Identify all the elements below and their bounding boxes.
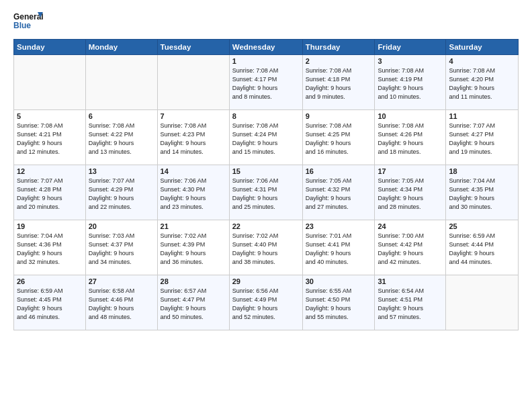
calendar-cell: 14Sunrise: 7:06 AM Sunset: 4:30 PM Dayli… <box>157 165 229 220</box>
calendar-cell: 24Sunrise: 7:00 AM Sunset: 4:42 PM Dayli… <box>375 220 446 275</box>
calendar-cell: 16Sunrise: 7:05 AM Sunset: 4:32 PM Dayli… <box>302 165 375 220</box>
day-number: 24 <box>378 222 443 230</box>
calendar-cell <box>157 55 229 110</box>
calendar-cell: 28Sunrise: 6:57 AM Sunset: 4:47 PM Dayli… <box>157 275 229 330</box>
day-info: Sunrise: 6:59 AM Sunset: 4:44 PM Dayligh… <box>449 232 515 267</box>
day-number: 15 <box>232 167 300 175</box>
weekday-header: Monday <box>85 40 157 55</box>
calendar-week-row: 12Sunrise: 7:07 AM Sunset: 4:28 PM Dayli… <box>14 165 519 220</box>
calendar-cell: 26Sunrise: 6:59 AM Sunset: 4:45 PM Dayli… <box>14 275 86 330</box>
calendar-cell: 1Sunrise: 7:08 AM Sunset: 4:17 PM Daylig… <box>229 55 302 110</box>
calendar-cell: 2Sunrise: 7:08 AM Sunset: 4:18 PM Daylig… <box>302 55 375 110</box>
calendar-cell: 11Sunrise: 7:07 AM Sunset: 4:27 PM Dayli… <box>446 110 519 165</box>
calendar-cell: 29Sunrise: 6:56 AM Sunset: 4:49 PM Dayli… <box>229 275 302 330</box>
day-info: Sunrise: 7:05 AM Sunset: 4:32 PM Dayligh… <box>306 177 372 212</box>
day-number: 20 <box>89 222 154 230</box>
weekday-header: Friday <box>375 40 446 55</box>
day-number: 11 <box>449 112 515 120</box>
weekday-header: Tuesday <box>157 40 229 55</box>
day-number: 18 <box>449 167 515 175</box>
day-info: Sunrise: 7:01 AM Sunset: 4:41 PM Dayligh… <box>306 232 372 267</box>
calendar-cell: 12Sunrise: 7:07 AM Sunset: 4:28 PM Dayli… <box>14 165 86 220</box>
calendar-cell: 13Sunrise: 7:07 AM Sunset: 4:29 PM Dayli… <box>85 165 157 220</box>
calendar-cell: 30Sunrise: 6:55 AM Sunset: 4:50 PM Dayli… <box>302 275 375 330</box>
day-info: Sunrise: 7:04 AM Sunset: 4:35 PM Dayligh… <box>449 177 515 212</box>
page-header: General Blue <box>13 11 519 32</box>
day-info: Sunrise: 7:02 AM Sunset: 4:39 PM Dayligh… <box>161 232 226 267</box>
calendar-cell: 10Sunrise: 7:08 AM Sunset: 4:26 PM Dayli… <box>375 110 446 165</box>
day-info: Sunrise: 7:08 AM Sunset: 4:24 PM Dayligh… <box>232 122 300 156</box>
calendar-cell: 19Sunrise: 7:04 AM Sunset: 4:36 PM Dayli… <box>14 220 86 275</box>
calendar-cell: 31Sunrise: 6:54 AM Sunset: 4:51 PM Dayli… <box>375 275 446 330</box>
calendar-cell: 23Sunrise: 7:01 AM Sunset: 4:41 PM Dayli… <box>302 220 375 275</box>
day-info: Sunrise: 7:03 AM Sunset: 4:37 PM Dayligh… <box>89 232 154 267</box>
calendar-cell <box>85 55 157 110</box>
day-info: Sunrise: 7:08 AM Sunset: 4:17 PM Dayligh… <box>232 66 300 101</box>
calendar-cell: 25Sunrise: 6:59 AM Sunset: 4:44 PM Dayli… <box>446 220 519 275</box>
calendar-cell: 15Sunrise: 7:06 AM Sunset: 4:31 PM Dayli… <box>229 165 302 220</box>
day-info: Sunrise: 7:08 AM Sunset: 4:21 PM Dayligh… <box>17 122 83 156</box>
calendar-cell: 4Sunrise: 7:08 AM Sunset: 4:20 PM Daylig… <box>446 55 519 110</box>
weekday-header: Thursday <box>302 40 375 55</box>
day-number: 2 <box>306 57 372 65</box>
day-info: Sunrise: 7:00 AM Sunset: 4:42 PM Dayligh… <box>378 232 443 267</box>
svg-text:Blue: Blue <box>13 21 31 30</box>
day-number: 28 <box>161 277 226 285</box>
day-number: 25 <box>449 222 515 230</box>
calendar-week-row: 19Sunrise: 7:04 AM Sunset: 4:36 PM Dayli… <box>14 220 519 275</box>
day-info: Sunrise: 6:58 AM Sunset: 4:46 PM Dayligh… <box>89 287 154 322</box>
day-number: 4 <box>449 57 515 65</box>
calendar-cell: 9Sunrise: 7:08 AM Sunset: 4:25 PM Daylig… <box>302 110 375 165</box>
day-number: 6 <box>89 112 154 120</box>
day-info: Sunrise: 6:54 AM Sunset: 4:51 PM Dayligh… <box>378 287 443 322</box>
weekday-header: Sunday <box>14 40 86 55</box>
calendar-header-row: SundayMondayTuesdayWednesdayThursdayFrid… <box>14 40 519 55</box>
day-number: 30 <box>306 277 372 285</box>
day-info: Sunrise: 7:08 AM Sunset: 4:22 PM Dayligh… <box>89 122 154 156</box>
day-number: 16 <box>306 167 372 175</box>
day-info: Sunrise: 7:08 AM Sunset: 4:20 PM Dayligh… <box>449 66 515 101</box>
weekday-header: Saturday <box>446 40 519 55</box>
calendar-week-row: 1Sunrise: 7:08 AM Sunset: 4:17 PM Daylig… <box>14 55 519 110</box>
day-info: Sunrise: 7:07 AM Sunset: 4:28 PM Dayligh… <box>17 177 83 212</box>
calendar-cell: 22Sunrise: 7:02 AM Sunset: 4:40 PM Dayli… <box>229 220 302 275</box>
calendar-cell: 7Sunrise: 7:08 AM Sunset: 4:23 PM Daylig… <box>157 110 229 165</box>
day-number: 10 <box>378 112 443 120</box>
day-info: Sunrise: 6:55 AM Sunset: 4:50 PM Dayligh… <box>306 287 372 322</box>
calendar-cell <box>14 55 86 110</box>
day-info: Sunrise: 7:06 AM Sunset: 4:31 PM Dayligh… <box>232 177 300 212</box>
day-number: 22 <box>232 222 300 230</box>
day-info: Sunrise: 7:04 AM Sunset: 4:36 PM Dayligh… <box>17 232 83 267</box>
calendar-cell: 27Sunrise: 6:58 AM Sunset: 4:46 PM Dayli… <box>85 275 157 330</box>
calendar-cell: 6Sunrise: 7:08 AM Sunset: 4:22 PM Daylig… <box>85 110 157 165</box>
day-number: 27 <box>89 277 154 285</box>
day-number: 8 <box>232 112 300 120</box>
day-info: Sunrise: 7:08 AM Sunset: 4:19 PM Dayligh… <box>378 66 443 101</box>
day-number: 7 <box>161 112 226 120</box>
calendar-cell: 5Sunrise: 7:08 AM Sunset: 4:21 PM Daylig… <box>14 110 86 165</box>
day-info: Sunrise: 7:08 AM Sunset: 4:23 PM Dayligh… <box>161 122 226 156</box>
weekday-header: Wednesday <box>229 40 302 55</box>
day-info: Sunrise: 7:06 AM Sunset: 4:30 PM Dayligh… <box>161 177 226 212</box>
day-info: Sunrise: 7:08 AM Sunset: 4:25 PM Dayligh… <box>306 122 372 156</box>
day-number: 12 <box>17 167 83 175</box>
calendar-cell: 20Sunrise: 7:03 AM Sunset: 4:37 PM Dayli… <box>85 220 157 275</box>
day-number: 5 <box>17 112 83 120</box>
calendar-cell: 17Sunrise: 7:05 AM Sunset: 4:34 PM Dayli… <box>375 165 446 220</box>
day-number: 13 <box>89 167 154 175</box>
calendar-cell <box>446 275 519 330</box>
day-info: Sunrise: 7:08 AM Sunset: 4:26 PM Dayligh… <box>378 122 443 156</box>
calendar-cell: 8Sunrise: 7:08 AM Sunset: 4:24 PM Daylig… <box>229 110 302 165</box>
day-number: 21 <box>161 222 226 230</box>
day-number: 17 <box>378 167 443 175</box>
day-number: 9 <box>306 112 372 120</box>
calendar-cell: 3Sunrise: 7:08 AM Sunset: 4:19 PM Daylig… <box>375 55 446 110</box>
day-number: 23 <box>306 222 372 230</box>
day-info: Sunrise: 7:07 AM Sunset: 4:29 PM Dayligh… <box>89 177 154 212</box>
calendar-week-row: 5Sunrise: 7:08 AM Sunset: 4:21 PM Daylig… <box>14 110 519 165</box>
day-number: 3 <box>378 57 443 65</box>
day-info: Sunrise: 7:08 AM Sunset: 4:18 PM Dayligh… <box>306 66 372 101</box>
day-info: Sunrise: 6:59 AM Sunset: 4:45 PM Dayligh… <box>17 287 83 322</box>
calendar-cell: 18Sunrise: 7:04 AM Sunset: 4:35 PM Dayli… <box>446 165 519 220</box>
day-info: Sunrise: 6:56 AM Sunset: 4:49 PM Dayligh… <box>232 287 300 322</box>
